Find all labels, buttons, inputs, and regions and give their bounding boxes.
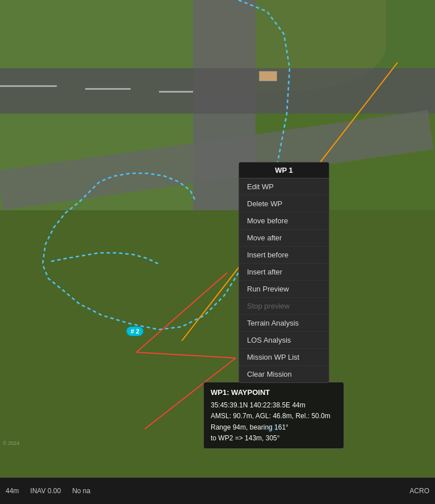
- map-road-horizontal: [0, 68, 435, 114]
- menu-item-move-before[interactable]: Move before: [239, 213, 329, 230]
- road-marking-2: [85, 88, 131, 90]
- info-box-line2: AMSL: 90.7m, AGL: 46.8m, Rel.: 50.0m: [211, 411, 337, 422]
- context-menu-header: WP 1: [239, 163, 329, 178]
- status-acro: ACRO: [409, 487, 429, 495]
- menu-item-clear-mission[interactable]: Clear Mission: [239, 366, 329, 382]
- map-container: # 2 # 1 WP 1 Edit WP Delete WP Move befo…: [0, 0, 435, 477]
- status-inav: INAV 0.00: [30, 487, 61, 495]
- status-mode: No na: [72, 487, 90, 495]
- menu-item-mission-wp-list[interactable]: Mission WP List: [239, 349, 329, 366]
- info-box-line4: to WP2 => 143m, 305°: [211, 433, 337, 444]
- menu-item-los-analysis[interactable]: LOS Analysis: [239, 332, 329, 349]
- road-marking-3: [159, 91, 193, 93]
- menu-item-move-after[interactable]: Move after: [239, 230, 329, 247]
- menu-item-stop-preview: Stop preview: [239, 298, 329, 315]
- map-grass-top-left: [0, 0, 193, 68]
- road-marking-1: [0, 85, 57, 87]
- info-box-title: WP1: WAYPOINT: [211, 387, 337, 399]
- menu-item-delete-wp[interactable]: Delete WP: [239, 195, 329, 213]
- info-box-line1: 35:45:39.1N 140:22:38.5E 44m: [211, 400, 337, 411]
- info-box: WP1: WAYPOINT 35:45:39.1N 140:22:38.5E 4…: [203, 382, 344, 449]
- menu-item-insert-before[interactable]: Insert before: [239, 247, 329, 264]
- status-altitude: 44m: [6, 487, 19, 495]
- map-copyright: © 2024: [3, 440, 19, 446]
- status-bar: 44m INAV 0.00 No na ACRO: [0, 477, 435, 504]
- menu-item-terrain-analysis[interactable]: Terrain Analysis: [239, 315, 329, 332]
- menu-item-insert-after[interactable]: Insert after: [239, 264, 329, 281]
- building-1: [259, 71, 277, 81]
- waypoint-2-label: # 2: [126, 326, 144, 336]
- menu-item-run-preview[interactable]: Run Preview: [239, 281, 329, 298]
- context-menu: WP 1 Edit WP Delete WP Move before Move …: [239, 162, 329, 383]
- menu-item-edit-wp[interactable]: Edit WP: [239, 178, 329, 195]
- info-box-line3: Range 94m, bearing 161°: [211, 422, 337, 433]
